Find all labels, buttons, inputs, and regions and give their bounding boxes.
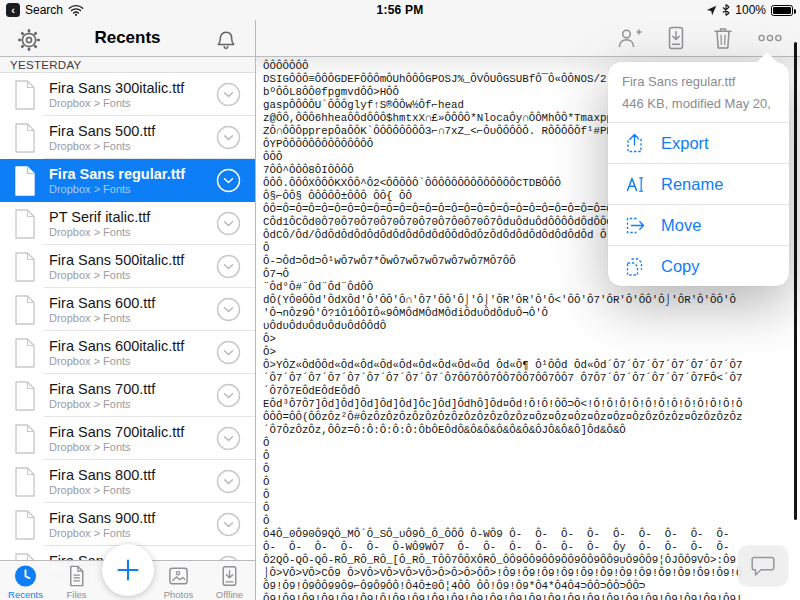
file-row[interactable]: Fira Sans 600.ttf Dropbox > Fonts	[0, 288, 255, 331]
file-row[interactable]: Fira Sans 900.ttf Dropbox > Fonts	[0, 503, 255, 546]
file-path: Dropbox > Fonts	[49, 269, 216, 282]
document-icon	[12, 165, 38, 197]
gear-icon	[16, 27, 42, 53]
file-row[interactable]: Fira Sans 500italic.ttf Dropbox > Fonts	[0, 245, 255, 288]
scroll-indicator[interactable]	[794, 42, 798, 520]
file-name: Fira Sans 600.ttf	[49, 295, 216, 312]
copy-icon	[623, 255, 646, 278]
save-to-device-button[interactable]	[663, 25, 689, 51]
sidebar: Recents YESTERDAY Fira Sans 300italic.tt…	[0, 20, 256, 600]
file-path: Dropbox > Fonts	[49, 226, 216, 239]
wifi-icon	[68, 4, 84, 16]
file-row-text: Fira Sans 800.ttf Dropbox > Fonts	[49, 466, 216, 497]
add-button[interactable]	[102, 544, 154, 596]
document-icon	[12, 509, 38, 541]
file-path: Dropbox > Fonts	[49, 312, 216, 325]
more-ellipsis-icon	[757, 33, 783, 43]
menu-item-export[interactable]: Export	[608, 123, 789, 163]
row-actions-button[interactable]	[216, 340, 241, 365]
menu-item-rename-label: Rename	[661, 175, 723, 194]
back-to-app-icon[interactable]: ‹	[6, 3, 20, 17]
file-row-text: Fira Sans 600.ttf Dropbox > Fonts	[49, 294, 216, 325]
file-row[interactable]: PT Serif italic.ttf Dropbox > Fonts	[0, 202, 255, 245]
file-name: Fira Sans 800.ttf	[49, 467, 216, 484]
document-icon	[12, 337, 38, 369]
tab-photos[interactable]: Photos	[153, 561, 204, 600]
move-icon	[623, 214, 646, 237]
more-button[interactable]	[757, 25, 783, 51]
section-header: YESTERDAY	[0, 57, 255, 73]
file-row-text: PT Serif italic.ttf Dropbox > Fonts	[49, 208, 216, 239]
settings-button[interactable]	[14, 25, 44, 55]
status-bar: ‹ Search 1:56 PM 100%	[0, 0, 800, 20]
file-row[interactable]: Fira Sans 600italic.ttf Dropbox > Fonts	[0, 331, 255, 374]
tab-recents[interactable]: Recents	[0, 561, 51, 600]
file-path: Dropbox > Fonts	[49, 527, 216, 540]
document-icon	[12, 251, 38, 283]
rename-icon	[623, 173, 646, 196]
row-actions-button[interactable]	[216, 168, 241, 193]
row-actions-button[interactable]	[216, 125, 241, 150]
tab-bar: Recents Files	[0, 560, 256, 600]
notifications-button[interactable]	[211, 25, 241, 55]
back-to-app-label[interactable]: Search	[25, 3, 63, 17]
status-indicators: 100%	[706, 3, 793, 17]
menu-item-move[interactable]: Move	[608, 205, 789, 245]
document-icon	[12, 466, 38, 498]
row-actions-button[interactable]	[216, 512, 241, 537]
battery-percent: 100%	[735, 3, 766, 17]
sidebar-header: Recents	[0, 20, 255, 57]
file-row-text: Fira Sans 500.ttf Dropbox > Fonts	[49, 122, 216, 153]
document-icon	[12, 208, 38, 240]
row-actions-button[interactable]	[216, 426, 241, 451]
battery-icon	[771, 5, 793, 16]
file-row[interactable]: Fira Sans 700.ttf Dropbox > Fonts	[0, 374, 255, 417]
delete-button[interactable]	[710, 25, 736, 51]
file-row-text: Fira Sans 900.ttf Dropbox > Fonts	[49, 509, 216, 540]
file-name: Fira Sans 900.ttf	[49, 510, 216, 527]
file-path: Dropbox > Fonts	[49, 484, 216, 497]
save-to-device-icon	[664, 25, 688, 51]
file-path: Dropbox > Fonts	[49, 355, 216, 368]
file-path: Dropbox > Fonts	[49, 441, 216, 454]
row-actions-button[interactable]	[216, 82, 241, 107]
chat-bubble-icon	[750, 555, 776, 578]
tab-recents-label: Recents	[8, 589, 43, 600]
tab-offline[interactable]: Offline	[204, 561, 255, 600]
file-row[interactable]: Fira Sans 800.ttf Dropbox > Fonts	[0, 460, 255, 503]
menu-item-copy-label: Copy	[661, 257, 700, 276]
row-actions-button[interactable]	[216, 254, 241, 279]
file-row-text: Fira Sans 600italic.ttf Dropbox > Fonts	[49, 337, 216, 368]
app-screen: ‹ Search 1:56 PM 100%	[0, 0, 800, 600]
file-row-text: Fira Sans 300italic.ttf Dropbox > Fonts	[49, 79, 216, 110]
file-path: Dropbox > Fonts	[49, 140, 216, 153]
content-pane: ÔÔÔÔÔÔÔ DSIGÔÔÔ≡ÔÔÔGDEFÔÔÔmÔUhÔÔÔGPOSJ%_…	[256, 20, 800, 600]
file-path: Dropbox > Fonts	[49, 183, 216, 196]
row-actions-button[interactable]	[216, 297, 241, 322]
file-path: Dropbox > Fonts	[49, 398, 216, 411]
back-to-app[interactable]: ‹ Search	[6, 3, 84, 17]
menu-item-rename[interactable]: Rename	[608, 164, 789, 204]
sidebar-title: Recents	[94, 28, 160, 48]
file-row[interactable]: Fira Sans 700italic.ttf Dropbox > Fonts	[0, 417, 255, 460]
tab-files[interactable]: Files	[51, 561, 102, 600]
tab-files-label: Files	[66, 589, 86, 600]
menu-item-copy[interactable]: Copy	[608, 246, 789, 286]
bluetooth-icon	[722, 4, 730, 16]
row-actions-button[interactable]	[216, 383, 241, 408]
file-row-text: Fira Sans 500italic.ttf Dropbox > Fonts	[49, 251, 216, 282]
file-name: Fira Sans regular.ttf	[49, 166, 216, 183]
file-row[interactable]: Fira Sans 300italic.ttf Dropbox > Fonts	[0, 73, 255, 116]
row-actions-button[interactable]	[216, 469, 241, 494]
add-contact-button[interactable]	[616, 25, 642, 51]
file-row[interactable]: Fira Sans regular.ttf Dropbox > Fonts	[0, 159, 255, 202]
document-icon	[12, 79, 38, 111]
file-name: Fira Sans 700.ttf	[49, 381, 216, 398]
row-actions-button[interactable]	[216, 211, 241, 236]
file-path: Dropbox > Fonts	[49, 97, 216, 110]
feedback-chat-button[interactable]	[738, 546, 788, 586]
file-row[interactable]: Fira Sans 500.ttf Dropbox > Fonts	[0, 116, 255, 159]
document-icon	[12, 423, 38, 455]
file-row-text: Fira Sans 700.ttf Dropbox > Fonts	[49, 380, 216, 411]
tab-add	[102, 561, 153, 600]
